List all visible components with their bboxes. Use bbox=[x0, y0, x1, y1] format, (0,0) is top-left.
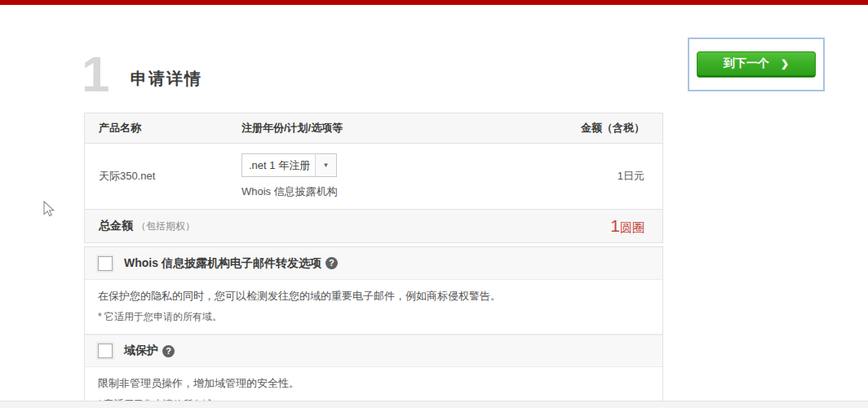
total-amount-unit: 圆圈 bbox=[620, 220, 644, 234]
dropdown-arrow-icon[interactable]: ▼ bbox=[315, 154, 336, 176]
help-icon[interactable]: ? bbox=[162, 345, 175, 357]
order-table-total-row: 总金额 （包括期权） 1圆圈 bbox=[85, 210, 662, 242]
header-plan: 注册年份/计划/选项等 bbox=[241, 121, 503, 135]
options-box: Whois 信息披露机构电子邮件转发选项 ? 在保护您的隐私的同时，您可以检测发… bbox=[84, 246, 663, 408]
whois-forward-description: 在保护您的隐私的同时，您可以检测发往您的域的重要电子邮件，例如商标侵权警告。 bbox=[98, 289, 649, 304]
total-label-note: （包括期权） bbox=[136, 220, 195, 232]
option-whois-forward-row: Whois 信息披露机构电子邮件转发选项 ? bbox=[85, 247, 662, 280]
whois-forward-label: Whois 信息披露机构电子邮件转发选项 bbox=[124, 256, 321, 271]
plan-option-note: Whois 信息披露机构 bbox=[241, 184, 503, 199]
top-red-bar bbox=[0, 0, 868, 5]
header-product-name: 产品名称 bbox=[85, 121, 241, 135]
mouse-cursor-icon bbox=[42, 201, 55, 218]
whois-forward-note: * 它适用于您申请的所有域。 bbox=[98, 310, 649, 324]
domain-protect-description: 限制非管理员操作，增加域管理的安全性。 bbox=[98, 376, 649, 391]
row-amount: 1日元 bbox=[503, 169, 662, 184]
help-icon[interactable]: ? bbox=[326, 257, 338, 269]
order-table: 产品名称 注册年份/计划/选项等 金额（含税） 天际350.net .net 1… bbox=[84, 113, 663, 243]
next-button-label: 到下一个 bbox=[724, 56, 769, 71]
next-button-focus-frame: 到下一个 ❯ bbox=[688, 38, 825, 91]
order-table-header-row: 产品名称 注册年份/计划/选项等 金额（含税） bbox=[85, 113, 662, 144]
domain-protect-checkbox[interactable] bbox=[98, 344, 113, 358]
whois-forward-description-block: 在保护您的隐私的同时，您可以检测发往您的域的重要电子邮件，例如商标侵权警告。 *… bbox=[85, 280, 662, 335]
product-name: 天际350.net bbox=[85, 169, 241, 184]
next-button[interactable]: 到下一个 ❯ bbox=[697, 51, 816, 78]
total-amount-number: 1 bbox=[610, 216, 620, 235]
step-number: 1 bbox=[82, 49, 109, 100]
footer-band bbox=[0, 401, 868, 408]
order-table-product-row: 天际350.net .net 1 年注册 ▼ Whois 信息披露机构 1日元 bbox=[85, 144, 662, 210]
plan-select-value: .net 1 年注册 bbox=[242, 154, 315, 176]
whois-forward-checkbox[interactable] bbox=[98, 256, 113, 271]
total-label: 总金额 bbox=[99, 219, 133, 232]
domain-protect-label: 域保护 bbox=[124, 344, 158, 358]
chevron-right-icon: ❯ bbox=[781, 58, 789, 69]
page-title: 申请详情 bbox=[131, 68, 202, 90]
option-domain-protect-row: 域保护 ? bbox=[85, 335, 662, 367]
plan-select-dropdown[interactable]: .net 1 年注册 ▼ bbox=[241, 153, 337, 177]
header-amount: 金额（含税） bbox=[503, 121, 662, 135]
